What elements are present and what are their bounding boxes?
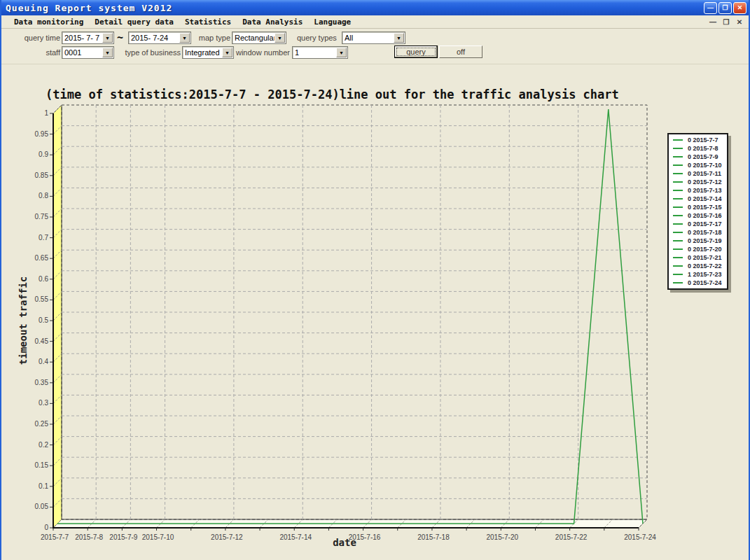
map-type-select[interactable]: Rectangular ▼ <box>232 31 286 44</box>
window-number-select[interactable]: 1 ▼ <box>292 46 348 59</box>
chart-area: (time of statistics:2015-7-7 - 2015-7-24… <box>1 64 749 560</box>
dropdown-arrow-icon[interactable]: ▼ <box>179 33 190 43</box>
svg-text:0.85: 0.85 <box>35 172 49 179</box>
window-number-value: 1 <box>295 48 336 57</box>
legend-line-swatch <box>673 282 683 284</box>
legend-label: 0 2015-7-9 <box>688 153 718 160</box>
svg-text:0.15: 0.15 <box>35 461 49 469</box>
mdi-minimize-icon[interactable]: — <box>708 17 718 27</box>
menu-bar: Data monitoring Detail query data Statis… <box>1 15 749 29</box>
query-time-from-select[interactable]: 2015- 7- 7 ▼ <box>62 31 114 44</box>
query-time-to-select[interactable]: 2015- 7-24 ▼ <box>128 31 191 44</box>
svg-text:0.45: 0.45 <box>35 337 49 345</box>
svg-text:2015-7-18: 2015-7-18 <box>417 533 450 541</box>
menu-data-monitoring[interactable]: Data monitoring <box>14 18 83 27</box>
svg-text:0: 0 <box>44 524 48 531</box>
app-window: Queuing Report system V2012 — ❐ ✕ Data m… <box>0 0 750 560</box>
traffic-line-chart: (time of statistics:2015-7-7 - 2015-7-24… <box>1 64 750 560</box>
legend-label: 0 2015-7-10 <box>688 162 722 169</box>
legend-line-swatch <box>673 173 683 174</box>
legend-label: 0 2015-7-24 <box>688 279 722 286</box>
dropdown-arrow-icon[interactable]: ▼ <box>336 48 347 57</box>
query-button[interactable]: query <box>394 46 438 58</box>
legend-label: 1 2015-7-23 <box>688 271 722 278</box>
svg-text:0.4: 0.4 <box>39 358 48 365</box>
type-of-business-select[interactable]: Integrated Services ▼ <box>182 46 234 59</box>
legend-label: 0 2015-7-20 <box>688 246 722 253</box>
x-axis-title: date <box>333 537 356 548</box>
range-separator: ~ <box>117 31 123 44</box>
dropdown-arrow-icon[interactable]: ▼ <box>102 33 113 43</box>
legend-item: 0 2015-7-19 <box>669 237 727 245</box>
map-type-value: Rectangular <box>235 34 275 42</box>
svg-text:2015-7-12: 2015-7-12 <box>211 533 243 541</box>
legend-item: 0 2015-7-8 <box>669 144 727 153</box>
legend-line-swatch <box>673 156 683 158</box>
legend-item: 0 2015-7-16 <box>669 211 727 220</box>
off-button[interactable]: off <box>439 46 482 58</box>
menu-data-analysis[interactable]: Data Analysis <box>242 18 303 27</box>
minimize-icon[interactable]: — <box>704 2 717 14</box>
svg-text:0.1: 0.1 <box>39 482 48 490</box>
legend-label: 0 2015-7-21 <box>688 254 722 261</box>
menu-detail-query-data[interactable]: Detail query data <box>95 18 174 27</box>
legend-label: 0 2015-7-13 <box>688 187 722 194</box>
legend-label: 0 2015-7-16 <box>688 212 722 219</box>
dropdown-arrow-icon[interactable]: ▼ <box>275 33 285 43</box>
legend-item: 0 2015-7-15 <box>669 203 727 211</box>
svg-text:2015-7-9: 2015-7-9 <box>109 533 137 541</box>
maximize-icon[interactable]: ❐ <box>718 2 732 14</box>
svg-text:0.6: 0.6 <box>39 275 48 283</box>
svg-text:0.55: 0.55 <box>35 295 49 303</box>
mdi-restore-icon[interactable]: ❐ <box>721 17 731 27</box>
svg-text:2015-7-7: 2015-7-7 <box>41 533 69 541</box>
legend-item: 1 2015-7-23 <box>669 270 727 279</box>
svg-text:0.95: 0.95 <box>35 130 49 138</box>
query-types-value: All <box>345 34 394 42</box>
legend-line-swatch <box>673 274 683 275</box>
svg-text:2015-7-14: 2015-7-14 <box>279 533 312 541</box>
legend-item: 0 2015-7-21 <box>669 253 727 262</box>
query-time-to-value: 2015- 7-24 <box>131 34 179 42</box>
dropdown-arrow-icon[interactable]: ▼ <box>102 48 113 57</box>
legend-label: 0 2015-7-18 <box>688 229 722 236</box>
legend-line-swatch <box>673 164 683 166</box>
legend-line-swatch <box>673 223 683 225</box>
svg-text:0.3: 0.3 <box>39 399 48 407</box>
svg-text:1: 1 <box>44 109 48 117</box>
legend-item: 0 2015-7-11 <box>669 169 727 178</box>
legend-item: 0 2015-7-24 <box>669 279 727 287</box>
legend-line-swatch <box>673 215 683 216</box>
legend-line-swatch <box>673 198 683 200</box>
map-type-label: map type <box>197 32 230 44</box>
staff-select[interactable]: 0001 ▼ <box>62 46 114 59</box>
svg-text:0.25: 0.25 <box>35 420 49 428</box>
query-types-select[interactable]: All ▼ <box>342 31 405 44</box>
mdi-window-controls: — ❐ ✕ <box>708 17 744 27</box>
staff-label: staff <box>34 47 60 59</box>
legend-line-swatch <box>673 181 683 183</box>
chart-title: (time of statistics:2015-7-7 - 2015-7-24… <box>46 88 619 102</box>
y-axis-title: timeout traffic <box>18 276 29 365</box>
dropdown-arrow-icon[interactable]: ▼ <box>394 33 404 43</box>
legend-label: 0 2015-7-19 <box>688 237 722 244</box>
legend-line-swatch <box>673 265 683 267</box>
query-toolbar: query time 2015- 7- 7 ▼ ~ 2015- 7-24 ▼ m… <box>1 29 749 64</box>
dropdown-arrow-icon[interactable]: ▼ <box>222 48 232 57</box>
svg-text:0.35: 0.35 <box>35 379 49 386</box>
menu-language[interactable]: Language <box>314 18 351 27</box>
close-icon[interactable]: ✕ <box>733 2 746 14</box>
mdi-close-icon[interactable]: ✕ <box>735 17 744 27</box>
legend-label: 0 2015-7-22 <box>688 262 722 270</box>
query-time-from-value: 2015- 7- 7 <box>64 34 102 42</box>
svg-text:0.2: 0.2 <box>39 441 48 449</box>
svg-text:2015-7-8: 2015-7-8 <box>75 533 103 541</box>
legend-item: 0 2015-7-22 <box>669 262 727 270</box>
svg-text:0.8: 0.8 <box>39 192 48 200</box>
legend-label: 0 2015-7-11 <box>688 170 721 177</box>
legend-label: 0 2015-7-12 <box>688 178 722 186</box>
titlebar-controls: — ❐ ✕ <box>704 2 749 14</box>
legend-item: 0 2015-7-17 <box>669 220 727 228</box>
svg-text:0.05: 0.05 <box>35 503 49 510</box>
menu-statistics[interactable]: Statistics <box>185 18 231 27</box>
